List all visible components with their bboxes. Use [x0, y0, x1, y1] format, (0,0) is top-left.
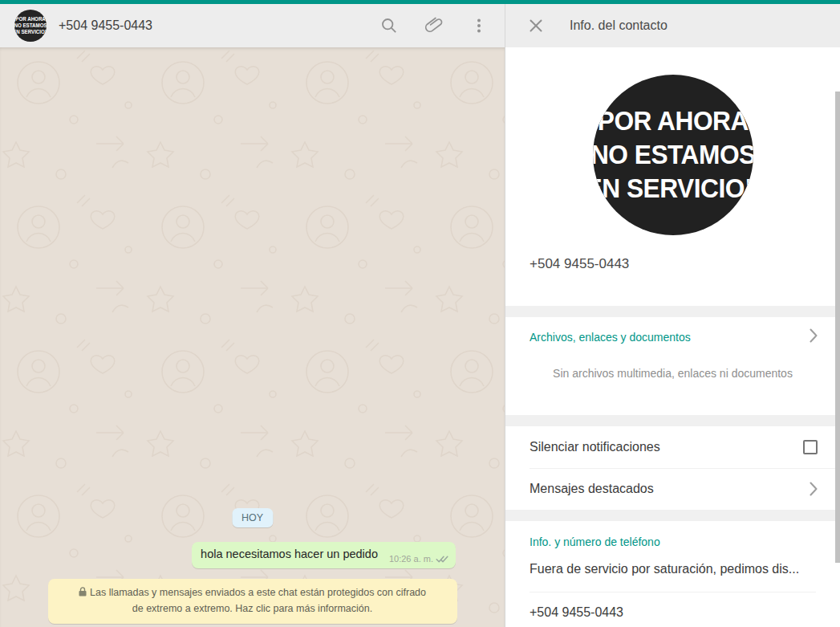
settings-card: Silenciar notificaciones Mensajes destac… [505, 426, 840, 510]
encryption-notice-text: Las llamadas y mensajes enviados a este … [90, 587, 426, 614]
contact-about-text: Fuera de servicio por saturación, pedimo… [530, 562, 816, 576]
whatsapp-window: POR AHORA NO ESTAMOS EN SERVICIO!! +504 … [0, 0, 840, 627]
chat-contact-name[interactable]: +504 9455-0443 [59, 18, 152, 33]
section-gap [505, 306, 840, 317]
lock-icon [79, 586, 87, 601]
chevron-right-icon [810, 482, 818, 496]
scrollbar-thumb[interactable] [835, 92, 840, 563]
about-card: Info. y número de teléfono Fuera de serv… [505, 521, 840, 627]
panel-title: Info. del contacto [570, 18, 668, 33]
menu-icon[interactable] [469, 16, 489, 35]
contact-info-panel: Info. del contacto POR AHORA NO ESTAMOS … [505, 4, 840, 627]
chat-avatar[interactable]: POR AHORA NO ESTAMOS EN SERVICIO!! [14, 10, 47, 42]
chat-pane: POR AHORA NO ESTAMOS EN SERVICIO!! +504 … [0, 4, 505, 627]
panel-header: Info. del contacto [505, 4, 840, 47]
message-meta: 10:26 a. m. [389, 554, 448, 564]
chat-wallpaper-pattern [0, 47, 505, 627]
message-time: 10:26 a. m. [389, 554, 433, 564]
attach-icon[interactable] [424, 16, 444, 35]
date-badge-label: HOY [241, 512, 263, 523]
media-links-docs-row[interactable]: Archivos, enlaces y documentos [505, 328, 840, 346]
message-text: hola necesitamos hacer un pedido [201, 547, 378, 562]
close-icon[interactable] [526, 16, 546, 35]
about-section-title: Info. y número de teléfono [530, 535, 816, 548]
section-gap [505, 415, 840, 426]
starred-messages-row[interactable]: Mensajes destacados [505, 468, 840, 510]
outgoing-message-bubble[interactable]: hola necesitamos hacer un pedido 10:26 a… [192, 542, 456, 568]
double-check-icon [436, 555, 448, 564]
search-icon[interactable] [379, 16, 399, 35]
media-links-docs-label: Archivos, enlaces y documentos [530, 331, 691, 344]
panel-body: POR AHORA NO ESTAMOS EN SERVICIO!! +504 … [505, 47, 840, 627]
encryption-notice[interactable]: Las llamadas y mensajes enviados a este … [48, 579, 457, 624]
about-phone-number: +504 9455-0443 [530, 605, 816, 620]
section-gap [505, 510, 840, 521]
contact-phone-number: +504 9455-0443 [530, 256, 840, 272]
chat-header-actions [379, 16, 489, 35]
top-accent-bar [0, 0, 840, 4]
media-empty-text: Sin archivos multimedia, enlaces ni docu… [505, 367, 840, 380]
mute-notifications-row[interactable]: Silenciar notificaciones [505, 426, 840, 468]
mute-notifications-label: Silenciar notificaciones [530, 440, 660, 454]
date-badge: HOY [232, 508, 273, 527]
profile-card: POR AHORA NO ESTAMOS EN SERVICIO!! +504 … [505, 47, 840, 306]
panel-scrollbar[interactable] [835, 91, 840, 627]
media-card: Archivos, enlaces y documentos Sin archi… [505, 317, 840, 415]
chat-header: POR AHORA NO ESTAMOS EN SERVICIO!! +504 … [0, 4, 505, 47]
contact-avatar-text: POR AHORA NO ESTAMOS EN SERVICIO!! [593, 104, 753, 206]
row-divider [530, 592, 816, 592]
chevron-right-icon [810, 328, 818, 346]
mute-checkbox[interactable] [803, 440, 818, 454]
contact-avatar-large[interactable]: POR AHORA NO ESTAMOS EN SERVICIO!! [593, 75, 753, 235]
chat-message-area: HOY hola necesitamos hacer un pedido 10:… [0, 47, 505, 627]
starred-messages-label: Mensajes destacados [530, 482, 654, 496]
chat-avatar-text: POR AHORA NO ESTAMOS EN SERVICIO!! [14, 16, 47, 35]
